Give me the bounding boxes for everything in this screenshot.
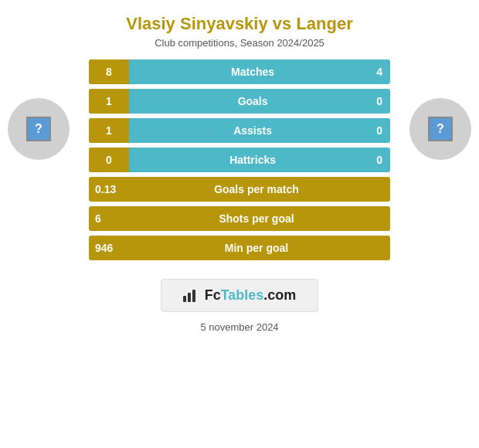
right-player-avatar: ?	[409, 98, 471, 160]
goals-left-value: 1	[89, 89, 129, 114]
assists-bar: 1 Assists 0	[89, 118, 390, 143]
left-player-icon: ?	[26, 117, 51, 141]
matches-label: Matches	[129, 66, 376, 78]
page-title: Vlasiy Sinyavskiy vs Langer	[126, 14, 353, 34]
page-container: Vlasiy Sinyavskiy vs Langer Club competi…	[0, 0, 479, 448]
hattricks-bar: 0 Hattricks 0	[89, 148, 390, 172]
logo-text: FcTables.com	[205, 287, 297, 304]
shots-per-goal-label: Shots per goal	[129, 212, 384, 225]
goals-bar: 1 Goals 0	[89, 89, 390, 114]
date-label: 5 november 2024	[200, 321, 278, 333]
hattricks-label: Hattricks	[129, 154, 376, 166]
left-player-avatar: ?	[8, 98, 70, 160]
min-per-goal-label: Min per goal	[129, 242, 384, 254]
right-player-icon: ?	[428, 117, 453, 141]
assists-label: Assists	[129, 124, 376, 137]
matches-row: 8 Matches 4	[89, 59, 390, 84]
goals-label: Goals	[129, 95, 376, 107]
matches-right-value: 4	[376, 66, 382, 78]
assists-right-value: 0	[376, 124, 382, 137]
hattricks-row: 0 Hattricks 0	[89, 148, 390, 172]
matches-bar: 8 Matches 4	[89, 59, 390, 84]
assists-left-value: 1	[89, 118, 129, 143]
goals-per-match-value: 0.13	[95, 183, 129, 195]
matches-left-value: 8	[89, 59, 129, 84]
logo-chart-icon	[183, 290, 199, 302]
assists-row: 1 Assists 0	[89, 118, 390, 143]
goals-per-match-label: Goals per match	[129, 183, 384, 195]
hattricks-right-value: 0	[376, 154, 382, 166]
hattricks-left-value: 0	[89, 148, 129, 172]
logo-area: FcTables.com	[161, 279, 319, 312]
goals-per-match-row: 0.13 Goals per match	[89, 177, 390, 202]
shots-per-goal-value: 6	[95, 212, 129, 225]
min-per-goal-value: 946	[95, 242, 129, 254]
goals-row: 1 Goals 0	[89, 89, 390, 114]
goals-right-value: 0	[376, 95, 382, 107]
shots-per-goal-row: 6 Shots per goal	[89, 206, 390, 231]
page-subtitle: Club competitions, Season 2024/2025	[155, 37, 324, 49]
min-per-goal-row: 946 Min per goal	[89, 236, 390, 260]
